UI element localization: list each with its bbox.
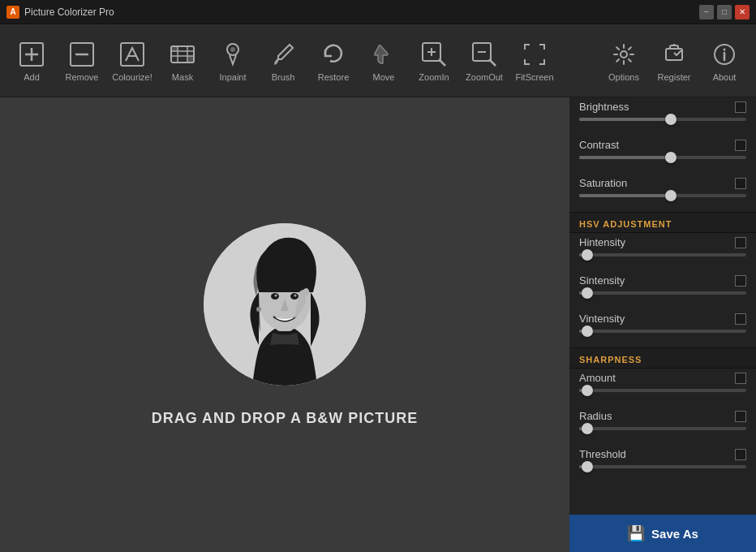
register-icon (659, 40, 689, 69)
tool-add[interactable]: Add (8, 29, 55, 93)
sintensity-label: Sintensity (579, 274, 625, 287)
threshold-checkbox[interactable] (735, 449, 746, 460)
saturation-slider[interactable] (579, 194, 746, 197)
saturation-section: Saturation (569, 174, 756, 212)
canvas-area[interactable]: DRAG AND DROP A B&W PICTURE (0, 97, 569, 552)
threshold-section: Threshold (569, 445, 756, 483)
save-label: Save As (651, 527, 698, 541)
sintensity-section: Sintensity (569, 271, 756, 309)
tool-fitscreen-label: FitScreen (515, 72, 553, 82)
restore-icon (319, 40, 348, 69)
contrast-label: Contrast (579, 139, 619, 151)
remove-icon (67, 40, 97, 69)
main-area: DRAG AND DROP A B&W PICTURE Brightness C… (0, 97, 756, 552)
hintensity-slider[interactable] (579, 253, 746, 257)
tool-zoomin[interactable]: ZoomIn (410, 29, 457, 93)
amount-section: Amount (569, 369, 756, 407)
contrast-checkbox[interactable] (735, 140, 746, 151)
save-icon: 💾 (627, 524, 645, 542)
zoomin-icon (419, 40, 449, 69)
svg-point-34 (294, 294, 296, 296)
tool-restore[interactable]: Restore (310, 29, 357, 93)
tool-register[interactable]: Register (651, 29, 698, 93)
brightness-checkbox[interactable] (735, 101, 746, 113)
svg-point-35 (256, 307, 261, 312)
sintensity-checkbox[interactable] (735, 275, 746, 287)
sharpness-header: SHARPNESS (569, 347, 756, 369)
colourize-icon (118, 40, 147, 69)
save-as-button[interactable]: 💾 Save As (569, 515, 756, 552)
tool-brush[interactable]: Brush (260, 29, 307, 93)
tool-zoomout[interactable]: ZoomOut (461, 29, 508, 93)
hintensity-label: Hintensity (579, 236, 625, 248)
svg-point-23 (621, 51, 627, 58)
zoomout-icon (470, 40, 499, 69)
tool-colourize[interactable]: Colourize! (109, 29, 156, 93)
saturation-label: Saturation (579, 177, 627, 189)
svg-rect-24 (666, 49, 682, 60)
brightness-slider[interactable] (579, 118, 746, 121)
fitscreen-icon (520, 40, 549, 69)
amount-checkbox[interactable] (735, 373, 746, 384)
hintensity-checkbox[interactable] (735, 237, 746, 248)
tool-inpaint[interactable]: Inpaint (209, 29, 256, 93)
tool-move[interactable]: Move (360, 29, 407, 93)
drop-zone-image (204, 223, 366, 386)
tool-about-label: About (713, 72, 737, 82)
tool-fitscreen[interactable]: FitScreen (511, 29, 558, 93)
contrast-slider[interactable] (579, 156, 746, 159)
tool-restore-label: Restore (318, 72, 350, 82)
vintensity-checkbox[interactable] (735, 313, 746, 325)
saturation-checkbox[interactable] (735, 178, 746, 189)
svg-rect-12 (171, 46, 178, 51)
tool-mask[interactable]: Mask (159, 29, 206, 93)
panel-scroll[interactable]: Brightness Contrast (569, 97, 756, 515)
sintensity-slider[interactable] (579, 291, 746, 295)
radius-slider[interactable] (579, 427, 746, 430)
hintensity-section: Hintensity (569, 233, 756, 271)
tool-about[interactable]: About (701, 29, 748, 93)
tool-inpaint-label: Inpaint (219, 72, 246, 82)
window-controls: − □ ✕ (699, 5, 750, 19)
vintensity-section: Vintensity (569, 309, 756, 347)
inpaint-icon (218, 40, 247, 69)
app-title: Picture Colorizer Pro (24, 6, 699, 18)
minimize-button[interactable]: − (699, 5, 714, 19)
add-icon (17, 40, 46, 69)
threshold-slider[interactable] (579, 465, 746, 468)
tool-remove[interactable]: Remove (58, 29, 105, 93)
mask-icon (168, 40, 197, 69)
hsv-header: HSV ADJUSTMENT (569, 212, 756, 233)
title-bar: A Picture Colorizer Pro − □ ✕ (0, 0, 756, 24)
maximize-button[interactable]: □ (717, 5, 732, 19)
amount-slider[interactable] (579, 389, 746, 392)
amount-label: Amount (579, 372, 616, 384)
tool-zoomin-label: ZoomIn (419, 72, 449, 82)
tool-options[interactable]: Options (600, 29, 647, 93)
tool-move-label: Move (373, 72, 395, 82)
brush-icon (268, 40, 298, 69)
contrast-section: Contrast (569, 136, 756, 174)
svg-point-15 (230, 47, 235, 52)
tool-register-label: Register (658, 72, 691, 82)
svg-line-19 (439, 59, 445, 66)
tool-zoomout-label: ZoomOut (466, 72, 503, 82)
svg-point-33 (274, 294, 277, 296)
image-container: DRAG AND DROP A B&W PICTURE (152, 223, 419, 427)
about-icon (710, 40, 739, 69)
tool-options-label: Options (608, 72, 639, 82)
tool-mask-label: Mask (172, 72, 193, 82)
vintensity-slider[interactable] (579, 330, 746, 333)
radius-label: Radius (579, 410, 612, 422)
options-icon (609, 40, 638, 69)
tool-remove-label: Remove (66, 72, 99, 82)
svg-rect-13 (187, 56, 194, 63)
tool-add-label: Add (24, 72, 40, 82)
radius-checkbox[interactable] (735, 411, 746, 422)
svg-point-26 (724, 48, 726, 50)
close-button[interactable]: ✕ (735, 5, 750, 19)
radius-section: Radius (569, 407, 756, 445)
tool-brush-label: Brush (272, 72, 295, 82)
right-panel: Brightness Contrast (569, 97, 756, 552)
drag-drop-text: DRAG AND DROP A B&W PICTURE (152, 410, 419, 427)
